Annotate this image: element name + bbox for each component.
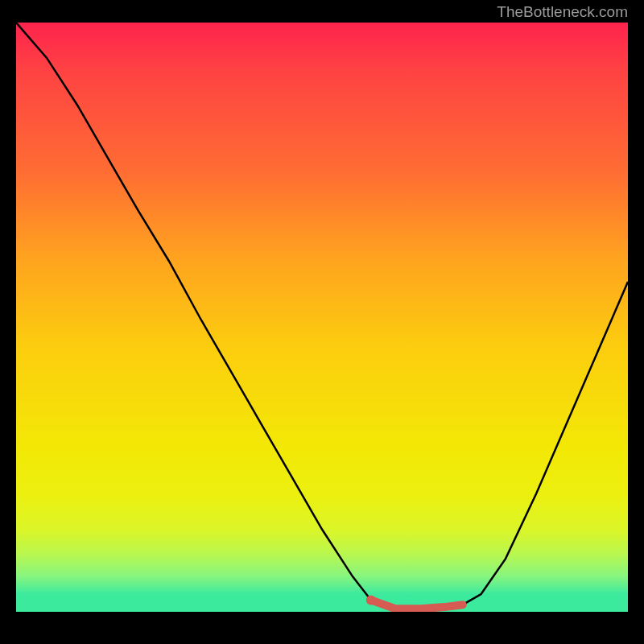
optimal-range-marker <box>371 600 463 609</box>
optimal-point-dot <box>366 595 376 605</box>
bottleneck-curve <box>16 23 628 609</box>
attribution-text: TheBottleneck.com <box>497 3 628 21</box>
chart-container <box>16 0 628 612</box>
bottleneck-curve-plot <box>16 23 628 612</box>
